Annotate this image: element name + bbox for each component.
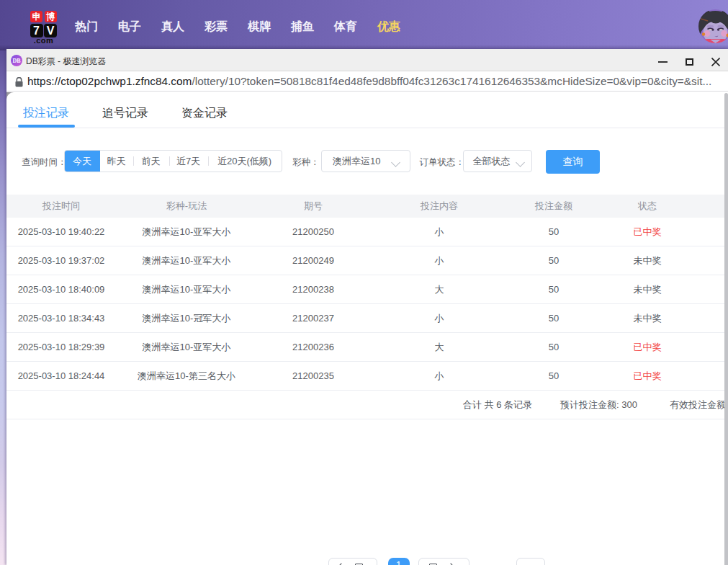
- svg-text:DB: DB: [12, 58, 21, 64]
